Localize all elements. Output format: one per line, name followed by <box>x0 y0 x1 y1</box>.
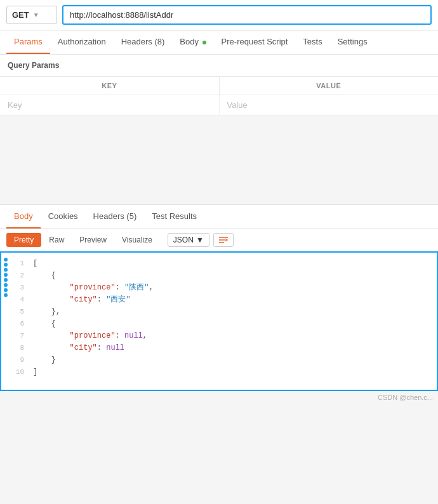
scroll-dot <box>4 288 8 292</box>
tab-body[interactable]: Body <box>172 30 213 54</box>
line-num-4: 4 <box>16 294 28 306</box>
scroll-dot <box>4 268 8 272</box>
line-num-3: 3 <box>16 282 28 294</box>
tab-cookies[interactable]: Cookies <box>41 205 86 229</box>
value-cell[interactable]: Value <box>219 95 438 116</box>
line-num-7: 7 <box>16 330 28 342</box>
json-line-6: { <box>28 318 437 330</box>
json-viewer: 1 2 3 4 5 6 7 8 9 10 [ { "province": "陕西… <box>0 251 438 391</box>
tab-test-results[interactable]: Test Results <box>144 205 204 229</box>
method-label: GET <box>12 10 29 20</box>
col-header-key: KEY <box>0 77 219 95</box>
view-tab-pretty[interactable]: Pretty <box>6 233 41 247</box>
scroll-indicators <box>1 253 10 390</box>
line-num-2: 2 <box>16 270 28 282</box>
json-line-3: "province": "陕西", <box>28 282 437 294</box>
tab-tests[interactable]: Tests <box>295 30 329 54</box>
line-num-10: 10 <box>12 366 28 378</box>
json-content: [ { "province": "陕西", "city": "西安" }, { … <box>28 253 437 390</box>
method-select[interactable]: GET ▼ <box>6 6 57 24</box>
json-line-1: [ <box>28 258 437 270</box>
tab-response-body[interactable]: Body <box>6 205 41 229</box>
json-line-9: } <box>28 354 437 366</box>
tab-headers[interactable]: Headers (8) <box>114 30 173 54</box>
tab-settings[interactable]: Settings <box>330 30 375 54</box>
view-tabs-row: Pretty Raw Preview Visualize JSON ▼ <box>0 229 438 251</box>
tab-prerequest[interactable]: Pre-request Script <box>214 30 296 54</box>
query-params-table: KEY VALUE Key Value <box>0 77 438 116</box>
body-dot <box>202 41 206 44</box>
scroll-dot <box>4 283 8 287</box>
view-tab-preview[interactable]: Preview <box>72 233 114 247</box>
json-line-10: ] <box>28 366 437 378</box>
key-cell[interactable]: Key <box>0 95 219 116</box>
scroll-dot <box>4 293 8 297</box>
json-line-7: "province": null, <box>28 330 437 342</box>
json-line-8: "city": null <box>28 342 437 354</box>
wrap-button[interactable] <box>213 233 234 247</box>
spacer <box>0 116 438 204</box>
tab-params[interactable]: Params <box>6 30 50 54</box>
line-num-1: 1 <box>16 258 28 270</box>
json-line-5: }, <box>28 306 437 318</box>
view-tab-raw[interactable]: Raw <box>41 233 72 247</box>
line-num-9: 9 <box>16 354 28 366</box>
json-line-2: { <box>28 270 437 282</box>
top-bar: GET ▼ <box>0 0 438 30</box>
line-numbers: 1 2 3 4 5 6 7 8 9 10 <box>10 253 28 390</box>
scroll-dot <box>4 278 8 282</box>
request-tabs-row: Params Authorization Headers (8) Body Pr… <box>0 30 438 55</box>
view-tab-visualize[interactable]: Visualize <box>114 233 160 247</box>
line-num-6: 6 <box>16 318 28 330</box>
tab-authorization[interactable]: Authorization <box>50 30 114 54</box>
table-row: Key Value <box>0 95 438 116</box>
line-num-8: 8 <box>16 342 28 354</box>
method-chevron: ▼ <box>33 11 39 18</box>
scroll-dot <box>4 258 8 262</box>
tab-response-headers[interactable]: Headers (5) <box>86 205 145 229</box>
scroll-dot <box>4 263 8 267</box>
watermark: CSDN @chen.c... <box>0 391 438 404</box>
col-header-value: VALUE <box>219 77 438 95</box>
query-params-title: Query Params <box>0 55 438 77</box>
response-tabs-row: Body Cookies Headers (5) Test Results <box>0 204 438 229</box>
format-select[interactable]: JSON ▼ <box>168 233 209 247</box>
url-input[interactable] <box>62 5 432 25</box>
json-line-4: "city": "西安" <box>28 294 437 306</box>
scroll-dot <box>4 273 8 277</box>
line-num-5: 5 <box>16 306 28 318</box>
